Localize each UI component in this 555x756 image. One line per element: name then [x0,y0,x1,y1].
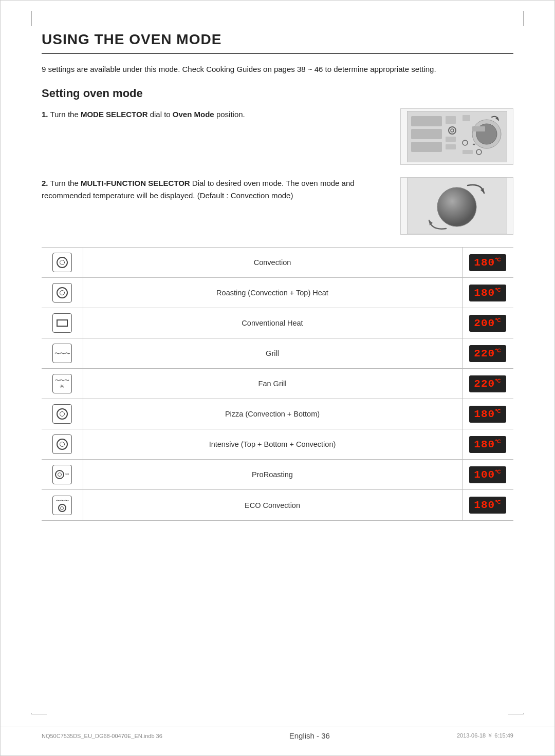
proroasting-icon: ʷᵒ [52,465,72,484]
svg-rect-18 [462,150,473,154]
icon-cell [42,248,83,278]
mode-name-cell: Conventional Heat [83,308,462,338]
step1-text: 1. Turn the MODE SELECTOR dial to Oven M… [42,108,390,121]
temp-display: 180℃ [469,285,506,301]
icon-cell [42,308,83,338]
fan-grill-icon: 〜〜〜 ✳ [52,374,72,393]
table-row: Roasting (Convection + Top) Heat 180℃ [42,278,513,308]
svg-rect-8 [446,144,456,149]
mode-name-cell: Roasting (Convection + Top) Heat [83,278,462,308]
table-row: 〜〜〜 ECO Convection 180℃ [42,490,513,521]
dial-svg [407,178,507,234]
temp-cell: 220℃ [462,369,513,399]
conventional-icon [52,313,72,333]
temp-display: 180℃ [469,254,506,271]
temp-cell: 220℃ [462,338,513,369]
svg-rect-1 [411,116,442,126]
table-row: 〜〜〜 Grill 220℃ [42,338,513,369]
step2-text: 2. Turn the MULTI-FUNCTION SELECTOR Dial… [42,177,390,202]
footer-right: 2013-06-18 ￥ 6:15:49 [457,732,513,740]
main-title: USING THE OVEN MODE [42,31,513,54]
icon-cell: ʷᵒ [42,460,83,490]
svg-rect-7 [446,137,456,142]
corner-mark-bl [31,713,47,714]
eco-convection-icon: 〜〜〜 [52,496,72,515]
table-row: Conventional Heat 200℃ [42,308,513,338]
temp-cell: 180℃ [462,278,513,308]
step1-section: 1. Turn the MODE SELECTOR dial to Oven M… [42,108,513,165]
svg-rect-14 [462,115,470,121]
grill-icon: 〜〜〜 [52,344,72,363]
corner-mark-tl [31,11,32,26]
footer: NQ50C7535DS_EU_DG68-00470E_EN.indb 36 En… [1,727,554,740]
roasting-icon [52,283,72,303]
corner-mark-br [508,713,524,714]
svg-text:✦: ✦ [472,142,476,147]
mode-table: Convection 180℃ Roasting (Convection + T… [42,247,513,521]
step1-bold2: Oven Mode [173,110,214,119]
table-row: 〜〜〜 ✳ Fan Grill 220℃ [42,369,513,399]
svg-rect-2 [411,129,442,139]
icon-cell [42,429,83,460]
temp-cell: 180℃ [462,429,513,460]
temp-display: 220℃ [469,375,506,392]
icon-cell [42,278,83,308]
step1-text-after: position. [214,110,245,119]
panel-svg: ✦ [407,111,507,162]
temp-cell: 100℃ [462,460,513,490]
temp-cell: 180℃ [462,248,513,278]
step1-text-mid: dial to [147,110,172,119]
mode-name-cell: Grill [83,338,462,369]
page-container: USING THE OVEN MODE 9 settings are avail… [0,0,555,756]
icon-cell: 〜〜〜 [42,490,83,521]
footer-center: English - 36 [289,731,330,740]
icon-cell: 〜〜〜 ✳ [42,369,83,399]
step2-text-before: Turn the [50,179,80,187]
svg-rect-4 [446,116,456,124]
icon-cell: 〜〜〜 [42,338,83,369]
intro-text: 9 settings are available under this mode… [42,63,513,75]
temp-cell: 180℃ [462,399,513,429]
svg-rect-15 [472,126,485,131]
intensive-icon [52,434,72,454]
convection-icon [52,253,72,272]
step2-image [400,177,513,235]
step1-bold1: MODE SELECTOR [81,110,148,119]
table-row: Intensive (Top + Bottom + Convection) 18… [42,429,513,460]
footer-left: NQ50C7535DS_EU_DG68-00470E_EN.indb 36 [42,733,162,739]
step2-section: 2. Turn the MULTI-FUNCTION SELECTOR Dial… [42,177,513,235]
pizza-icon [52,404,72,424]
step1-text-before: Turn the [50,110,80,119]
step1-image: ✦ [400,108,513,165]
svg-point-21 [437,187,476,226]
step2-number: 2. [42,179,48,187]
step2-bold1: MULTI-FUNCTION SELECTOR [81,179,190,187]
icon-cell [42,399,83,429]
temp-display: 180℃ [469,497,506,514]
svg-rect-3 [411,142,442,152]
temp-display: 200℃ [469,315,506,332]
step1-number: 1. [42,110,48,119]
temp-display: 180℃ [469,436,506,453]
mode-name-cell: ProRoasting [83,460,462,490]
table-row: Pizza (Convection + Bottom) 180℃ [42,399,513,429]
corner-mark-tr [523,11,524,26]
mode-name-cell: Fan Grill [83,369,462,399]
temp-cell: 180℃ [462,490,513,521]
mode-name-cell: ECO Convection [83,490,462,521]
temp-cell: 200℃ [462,308,513,338]
temp-display: 100℃ [469,466,506,483]
mode-name-cell: Pizza (Convection + Bottom) [83,399,462,429]
sub-title: Setting oven mode [42,87,513,100]
table-row: ʷᵒ ProRoasting 100℃ [42,460,513,490]
mode-name-cell: Intensive (Top + Bottom + Convection) [83,429,462,460]
temp-display: 180℃ [469,406,506,423]
temp-display: 220℃ [469,345,506,362]
mode-name-cell: Convection [83,248,462,278]
table-row: Convection 180℃ [42,248,513,278]
